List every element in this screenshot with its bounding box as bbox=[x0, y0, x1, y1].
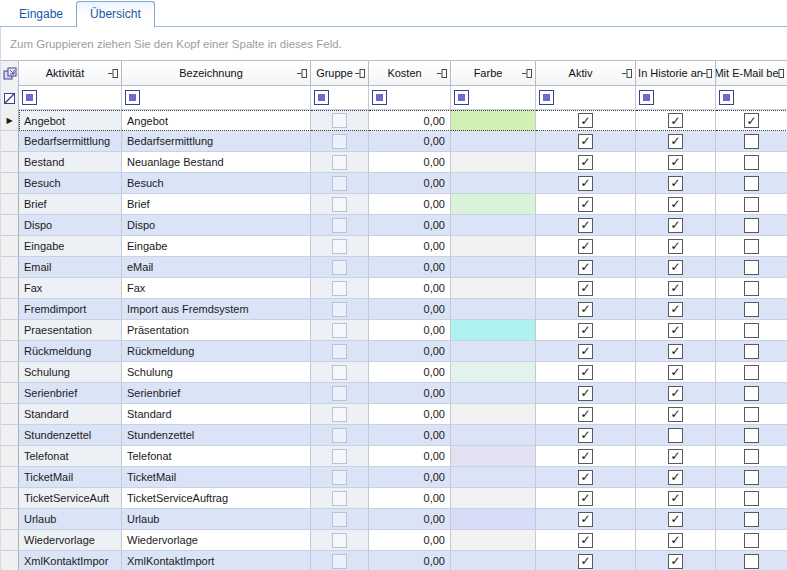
cell-email[interactable] bbox=[716, 404, 787, 425]
checkbox-historie[interactable]: ✓ bbox=[668, 491, 683, 506]
row-indicator[interactable] bbox=[1, 131, 19, 152]
filter-input[interactable] bbox=[472, 89, 535, 107]
cell-email[interactable] bbox=[716, 194, 787, 215]
cell-historie[interactable]: ✓ bbox=[636, 278, 716, 299]
cell-b[interactable]: Wiedervorlage bbox=[122, 530, 311, 551]
cell-farbe[interactable] bbox=[451, 278, 536, 299]
pin-icon[interactable] bbox=[108, 68, 119, 79]
row-indicator[interactable] bbox=[1, 341, 19, 362]
row-indicator[interactable] bbox=[1, 446, 19, 467]
checkbox-historie[interactable]: ✓ bbox=[668, 281, 683, 296]
cell-kosten[interactable]: 0,00 bbox=[369, 446, 451, 467]
cell-email[interactable] bbox=[716, 236, 787, 257]
cell-aktiv[interactable]: ✓ bbox=[536, 425, 636, 446]
cell-gruppe[interactable] bbox=[311, 488, 369, 509]
cell-email[interactable] bbox=[716, 446, 787, 467]
cell-email[interactable] bbox=[716, 278, 787, 299]
cell-kosten[interactable]: 0,00 bbox=[369, 467, 451, 488]
filter-operator-button[interactable] bbox=[125, 90, 140, 105]
cell-farbe[interactable] bbox=[451, 446, 536, 467]
cell-gruppe[interactable] bbox=[311, 236, 369, 257]
cell-historie[interactable]: ✓ bbox=[636, 131, 716, 152]
cell-historie[interactable]: ✓ bbox=[636, 173, 716, 194]
cell-historie[interactable]: ✓ bbox=[636, 509, 716, 530]
checkbox-historie[interactable]: ✓ bbox=[668, 344, 683, 359]
checkbox-email[interactable] bbox=[744, 386, 759, 401]
cell-b[interactable]: Import aus Fremdsystem bbox=[122, 299, 311, 320]
column-header-gruppe[interactable]: Gruppe bbox=[311, 61, 369, 86]
cell-kosten[interactable]: 0,00 bbox=[369, 110, 451, 131]
cell-email[interactable] bbox=[716, 215, 787, 236]
checkbox-aktiv[interactable]: ✓ bbox=[578, 470, 593, 485]
cell-a[interactable]: Telefonat bbox=[19, 446, 122, 467]
checkbox-historie[interactable]: ✓ bbox=[668, 470, 683, 485]
cell-historie[interactable]: ✓ bbox=[636, 299, 716, 320]
checkbox-aktiv[interactable]: ✓ bbox=[578, 134, 593, 149]
cell-b[interactable]: eMail bbox=[122, 257, 311, 278]
row-indicator[interactable] bbox=[1, 362, 19, 383]
cell-a[interactable]: Bedarfsermittlung bbox=[19, 131, 122, 152]
cell-kosten[interactable]: 0,00 bbox=[369, 152, 451, 173]
checkbox-historie[interactable]: ✓ bbox=[668, 365, 683, 380]
cell-a[interactable]: Urlaub bbox=[19, 509, 122, 530]
cell-kosten[interactable]: 0,00 bbox=[369, 320, 451, 341]
cell-a[interactable]: Rückmeldung bbox=[19, 341, 122, 362]
cell-aktiv[interactable]: ✓ bbox=[536, 551, 636, 570]
cell-a[interactable]: Angebot bbox=[19, 110, 122, 131]
cell-kosten[interactable]: 0,00 bbox=[369, 236, 451, 257]
checkbox-email[interactable] bbox=[744, 155, 759, 170]
cell-email[interactable] bbox=[716, 530, 787, 551]
pin-icon[interactable] bbox=[522, 68, 533, 79]
cell-historie[interactable]: ✓ bbox=[636, 530, 716, 551]
cell-kosten[interactable]: 0,00 bbox=[369, 530, 451, 551]
checkbox-aktiv[interactable]: ✓ bbox=[578, 260, 593, 275]
cell-aktiv[interactable]: ✓ bbox=[536, 467, 636, 488]
checkbox-aktiv[interactable]: ✓ bbox=[578, 491, 593, 506]
cell-aktiv[interactable]: ✓ bbox=[536, 362, 636, 383]
cell-aktiv[interactable]: ✓ bbox=[536, 488, 636, 509]
filter-operator-button[interactable] bbox=[539, 90, 554, 105]
checkbox-email[interactable] bbox=[744, 428, 759, 443]
cell-email[interactable] bbox=[716, 509, 787, 530]
checkbox-historie[interactable]: ✓ bbox=[668, 386, 683, 401]
cell-kosten[interactable]: 0,00 bbox=[369, 278, 451, 299]
cell-historie[interactable] bbox=[636, 425, 716, 446]
cell-historie[interactable]: ✓ bbox=[636, 152, 716, 173]
cell-farbe[interactable] bbox=[451, 152, 536, 173]
cell-kosten[interactable]: 0,00 bbox=[369, 299, 451, 320]
cell-b[interactable]: Schulung bbox=[122, 362, 311, 383]
filter-operator-button[interactable] bbox=[639, 90, 654, 105]
row-indicator[interactable] bbox=[1, 509, 19, 530]
cell-email[interactable] bbox=[716, 152, 787, 173]
cell-email[interactable] bbox=[716, 383, 787, 404]
checkbox-historie[interactable]: ✓ bbox=[668, 407, 683, 422]
checkbox-email[interactable] bbox=[744, 449, 759, 464]
cell-b[interactable]: TicketServiceAuftrag bbox=[122, 488, 311, 509]
cell-gruppe[interactable] bbox=[311, 215, 369, 236]
cell-aktiv[interactable]: ✓ bbox=[536, 341, 636, 362]
checkbox-email[interactable] bbox=[744, 281, 759, 296]
checkbox-aktiv[interactable]: ✓ bbox=[578, 554, 593, 569]
cell-b[interactable]: Fax bbox=[122, 278, 311, 299]
cell-a[interactable]: Fremdimport bbox=[19, 299, 122, 320]
cell-aktiv[interactable]: ✓ bbox=[536, 173, 636, 194]
checkbox-historie[interactable] bbox=[668, 428, 683, 443]
checkbox-aktiv[interactable]: ✓ bbox=[578, 512, 593, 527]
cell-farbe[interactable] bbox=[451, 236, 536, 257]
checkbox-aktiv[interactable]: ✓ bbox=[578, 155, 593, 170]
cell-aktiv[interactable]: ✓ bbox=[536, 194, 636, 215]
cell-historie[interactable]: ✓ bbox=[636, 320, 716, 341]
checkbox-aktiv[interactable]: ✓ bbox=[578, 407, 593, 422]
checkbox-aktiv[interactable]: ✓ bbox=[578, 449, 593, 464]
cell-historie[interactable]: ✓ bbox=[636, 488, 716, 509]
pin-icon[interactable] bbox=[297, 68, 308, 79]
cell-gruppe[interactable] bbox=[311, 278, 369, 299]
cell-aktiv[interactable]: ✓ bbox=[536, 299, 636, 320]
filter-operator-button[interactable] bbox=[22, 90, 37, 105]
cell-email[interactable] bbox=[716, 131, 787, 152]
cell-a[interactable]: Standard bbox=[19, 404, 122, 425]
cell-farbe[interactable] bbox=[451, 383, 536, 404]
filter-input[interactable] bbox=[737, 89, 787, 107]
cell-email[interactable] bbox=[716, 173, 787, 194]
cell-kosten[interactable]: 0,00 bbox=[369, 131, 451, 152]
